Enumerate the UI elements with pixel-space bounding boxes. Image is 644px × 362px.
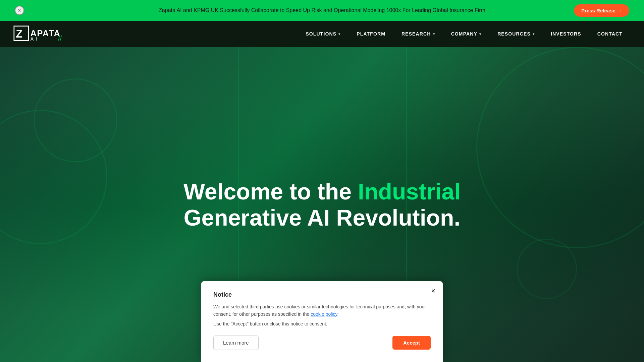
nav-solutions-label: SOLUTIONS (306, 31, 336, 37)
chevron-down-icon: ▾ (433, 32, 435, 36)
nav-platform[interactable]: PLATFORM (348, 28, 393, 40)
press-release-button[interactable]: Press Release → (574, 4, 629, 17)
cookie-notice-body2: Use the "Accept" button or close this no… (213, 320, 431, 327)
nav-company-label: COMPANY (451, 31, 477, 37)
cookie-notice-actions: Learn more Accept (213, 336, 431, 350)
logo[interactable]: Z APATA AI // (13, 25, 74, 43)
chevron-down-icon: ▾ (533, 32, 535, 36)
hero-section: Welcome to the Industrial Generative AI … (0, 47, 644, 362)
cookie-notice-body: We and selected third parties use cookie… (213, 303, 431, 318)
nav-contact-label: CONTACT (597, 31, 623, 37)
nav-solutions[interactable]: SOLUTIONS ▾ (298, 28, 348, 40)
close-icon: ✕ (17, 8, 21, 13)
hero-content: Welcome to the Industrial Generative AI … (183, 178, 461, 231)
nav-company-link[interactable]: COMPANY ▾ (443, 28, 490, 40)
announcement-close-button[interactable]: ✕ (15, 6, 24, 15)
cookie-close-button[interactable]: × (431, 287, 435, 295)
nav-resources[interactable]: RESOURCES ▾ (489, 28, 543, 40)
learn-more-button[interactable]: Learn more (213, 336, 259, 350)
cookie-policy-text: cookie policy (311, 311, 337, 317)
logo-svg: Z APATA AI // (13, 25, 74, 42)
cookie-notice: Notice × We and selected third parties u… (201, 281, 443, 362)
nav-platform-label: PLATFORM (357, 31, 385, 37)
press-release-label: Press Release → (581, 8, 622, 13)
cookie-notice-title: Notice (213, 291, 431, 298)
cookie-policy-link[interactable]: cookie policy (311, 311, 337, 317)
announcement-bar: ✕ Zapata AI and KPMG UK Successfully Col… (0, 0, 644, 21)
nav-resources-link[interactable]: RESOURCES ▾ (489, 28, 543, 40)
hero-headline-highlight: Industrial (358, 179, 461, 204)
nav-solutions-link[interactable]: SOLUTIONS ▾ (298, 28, 348, 40)
accept-button[interactable]: Accept (392, 336, 431, 350)
hero-headline: Welcome to the Industrial Generative AI … (183, 178, 461, 231)
chevron-down-icon: ▾ (338, 32, 340, 36)
decorative-circle-2 (34, 78, 117, 162)
nav-platform-link[interactable]: PLATFORM (348, 28, 393, 40)
nav-contact[interactable]: CONTACT (589, 28, 631, 40)
decorative-circle-4 (517, 239, 577, 299)
nav-research[interactable]: RESEARCH ▾ (393, 28, 443, 40)
navbar: Z APATA AI // SOLUTIONS ▾ PLATFORM RESEA… (0, 21, 644, 47)
chevron-down-icon: ▾ (479, 32, 481, 36)
nav-investors-link[interactable]: INVESTORS (543, 28, 589, 40)
nav-research-label: RESEARCH (401, 31, 431, 37)
hero-headline-end: Generative AI Revolution. (184, 205, 461, 230)
nav-company[interactable]: COMPANY ▾ (443, 28, 490, 40)
announcement-text: Zapata AI and KPMG UK Successfully Colla… (159, 7, 485, 13)
nav-links: SOLUTIONS ▾ PLATFORM RESEARCH ▾ COMPANY … (298, 28, 631, 40)
nav-investors[interactable]: INVESTORS (543, 28, 589, 40)
nav-resources-label: RESOURCES (497, 31, 531, 37)
nav-investors-label: INVESTORS (551, 31, 581, 37)
svg-text:AI: AI (30, 36, 40, 42)
nav-research-link[interactable]: RESEARCH ▾ (393, 28, 443, 40)
svg-text:Z: Z (16, 28, 22, 40)
svg-text://: // (58, 35, 62, 42)
nav-contact-link[interactable]: CONTACT (589, 28, 631, 40)
hero-headline-start: Welcome to the (183, 179, 358, 204)
